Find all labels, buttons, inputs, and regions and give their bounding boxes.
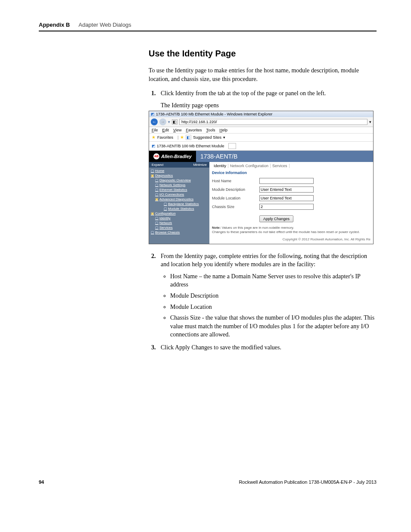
menu-bar[interactable]: File Edit View Favorites Tools Help: [149, 127, 373, 134]
header-rule: [39, 31, 377, 31]
brand-name: Allen-Bradley: [161, 154, 192, 159]
appendix-label: Appendix B: [39, 22, 70, 28]
bullet-host-name: Host Name – the name a Domain Name Serve…: [170, 272, 377, 289]
menu-tools[interactable]: Tools: [206, 128, 215, 132]
nav-io-conn[interactable]: ▢I/O Connections: [155, 192, 208, 197]
nav-diagnostics[interactable]: ▣Diagnostics: [151, 173, 208, 178]
publication-info: Rockwell Automation Publication 1738-UM0…: [239, 479, 377, 485]
nav-adv-diag[interactable]: ▣Advanced Diagnostics: [155, 197, 208, 202]
favorites-label[interactable]: Favorites: [157, 135, 173, 140]
bullet-chassis-size: Chassis Size - the value that shows the …: [170, 314, 377, 339]
page-icon: ▢: [155, 216, 159, 220]
appendix-title: Adapter Web Dialogs: [78, 22, 131, 28]
copyright-text: Copyright © 2012 Rockwell Automation, In…: [212, 235, 371, 241]
note-line-1: Values on this page are in non-volatile …: [222, 226, 294, 230]
nav-identity[interactable]: ▢Identity: [155, 216, 208, 221]
folder-icon: ▣: [151, 174, 154, 177]
nav-network[interactable]: ▢Network: [155, 221, 208, 225]
identity-caption: The Identity page opens: [161, 102, 377, 109]
page-icon: ▢: [155, 183, 159, 187]
nav-home[interactable]: ▢Home: [151, 168, 208, 173]
menu-help[interactable]: Help: [219, 128, 227, 132]
tab-identity[interactable]: Identity: [212, 164, 228, 168]
module-location-label: Module Location: [212, 196, 259, 200]
suggested-sites-icon[interactable]: ◧: [186, 135, 191, 140]
product-name: 1738-AENT/B: [196, 151, 373, 162]
page-tab[interactable]: 1738-AENT/B 100 Mb Ethernet Module: [157, 144, 224, 148]
note-label: Note:: [212, 226, 221, 230]
suggested-sites-link[interactable]: Suggested Sites: [193, 135, 221, 140]
chassis-size-label: Chassis Size: [212, 205, 259, 209]
module-location-input[interactable]: [259, 195, 314, 201]
device-info-heading: Device Information: [212, 171, 371, 175]
note-line-2: Changes to these parameters do not take …: [212, 230, 360, 234]
host-name-label: Host Name: [212, 179, 259, 183]
blank-tab[interactable]: [228, 143, 236, 149]
page-favicon: ◧: [172, 119, 177, 124]
nav-mod-stats[interactable]: ▢Module Statistics: [164, 206, 208, 211]
tab-services[interactable]: Services: [271, 164, 290, 168]
address-dropdown-icon[interactable]: ▾: [369, 120, 371, 124]
folder-icon: ▣: [155, 197, 159, 201]
nav-eth-stats[interactable]: ▢Ethernet Statistics: [155, 187, 208, 192]
host-name-input[interactable]: [259, 178, 314, 184]
page-icon: ▢: [151, 230, 154, 234]
tab-network-config[interactable]: Network Configuration: [228, 164, 271, 168]
nav-net-settings[interactable]: ▢Network Settings: [155, 183, 208, 187]
page-icon: ▢: [155, 188, 159, 192]
folder-icon: ▣: [151, 212, 154, 215]
menu-edit[interactable]: Edit: [162, 128, 169, 132]
nav-diag-overview[interactable]: ▢Diagnostic Overview: [155, 178, 208, 183]
chassis-size-input[interactable]: [259, 204, 314, 210]
menu-view[interactable]: View: [173, 128, 181, 132]
favorites-star-icon[interactable]: ★: [152, 135, 156, 140]
nav-minimize[interactable]: Minimize: [193, 163, 207, 167]
step-2-text: From the Identity page, complete entries…: [161, 253, 367, 268]
nav-backplane[interactable]: ▢Backplane Statistics: [164, 202, 208, 206]
step-3: Click Apply Changes to save the modified…: [157, 343, 377, 352]
page-icon: ▢: [155, 221, 159, 225]
bullet-module-location: Module Location: [170, 303, 377, 311]
nav-browse-chassis[interactable]: ▢Browse Chassis: [151, 230, 208, 235]
tab-favicon: ◩: [152, 144, 156, 148]
suggested-star-icon: ★: [180, 135, 184, 140]
apply-changes-button[interactable]: Apply Changes: [259, 215, 293, 222]
window-title: 1738-AENT/B 100 Mb Ethernet Module - Win…: [156, 112, 272, 116]
address-bar[interactable]: http://192.168.1.220/: [179, 119, 367, 125]
menu-favorites[interactable]: Favorites: [186, 128, 202, 132]
allen-bradley-logo-icon: AB: [153, 153, 159, 159]
page-icon: ▢: [155, 193, 159, 196]
nav-back-icon[interactable]: ←: [151, 118, 158, 125]
page-icon: ▢: [164, 207, 167, 211]
module-description-input[interactable]: [259, 187, 314, 193]
page-number: 94: [39, 479, 44, 485]
intro-paragraph: To use the Identity page to make entries…: [149, 66, 377, 83]
menu-file[interactable]: File: [152, 128, 158, 132]
bullet-module-description: Module Description: [170, 292, 377, 300]
nav-config[interactable]: ▣Configuration: [151, 211, 208, 216]
nav-services[interactable]: ▢Services: [155, 225, 208, 230]
nav-expand[interactable]: Expand: [152, 163, 163, 167]
step-1: Click Identity from the tab at the top o…: [157, 89, 377, 98]
page-icon: ▢: [155, 226, 159, 230]
module-description-label: Module Description: [212, 187, 259, 192]
nav-forward-icon[interactable]: →: [159, 118, 166, 125]
step-2: From the Identity page, complete entries…: [157, 252, 377, 339]
identity-screenshot: ◩ 1738-AENT/B 100 Mb Ethernet Module - W…: [149, 111, 374, 244]
page-icon: ▢: [164, 202, 167, 206]
page-icon: ▢: [155, 178, 159, 182]
page-icon: ▢: [151, 169, 154, 173]
section-heading: Use the Identity Page: [149, 49, 377, 59]
dropdown-icon[interactable]: ▾: [168, 120, 170, 124]
ie-page-icon: ◩: [151, 112, 155, 116]
suggested-dropdown-icon[interactable]: ▾: [223, 135, 225, 140]
